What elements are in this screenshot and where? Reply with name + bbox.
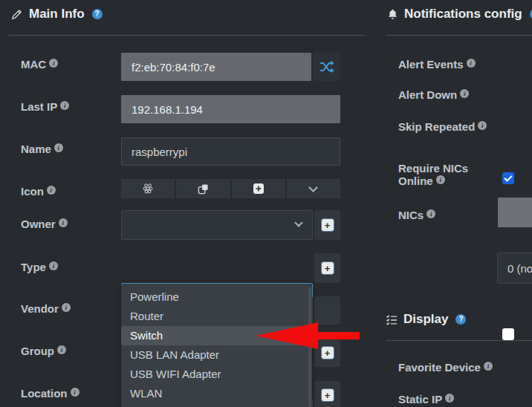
pencil-icon (10, 8, 23, 21)
bell-icon (387, 8, 398, 20)
add-icon-button[interactable] (232, 179, 285, 198)
require-nics-checkbox[interactable] (502, 328, 514, 340)
info-icon[interactable]: i (49, 261, 58, 270)
info-icon[interactable]: i (59, 218, 68, 227)
add-location-button[interactable]: + (314, 381, 340, 407)
info-icon[interactable]: i (478, 121, 487, 130)
tasks-icon (386, 314, 398, 325)
plus-icon: + (322, 219, 334, 231)
main-info-divider (8, 35, 365, 36)
vendor-label: Vendori (21, 302, 71, 315)
alert-down-label: Alert Downi (398, 88, 469, 101)
last-ip-label: Last IPi (21, 100, 69, 113)
info-icon[interactable]: i (445, 394, 454, 403)
type-label: Typei (21, 261, 58, 273)
dropdown-option[interactable]: Powerline (121, 287, 312, 307)
nics-label: NICsi (398, 209, 435, 221)
info-icon[interactable]: i (47, 186, 56, 195)
plus-square-icon (253, 183, 265, 195)
name-label: Namei (21, 143, 63, 155)
notifications-title: Notifications config (404, 7, 522, 22)
alert-events-checkbox[interactable] (502, 172, 514, 184)
shuffle-icon (319, 61, 334, 73)
nics-input[interactable] (498, 198, 532, 227)
copy-icon (198, 183, 209, 195)
info-icon[interactable]: i (60, 101, 69, 110)
mac-input[interactable]: f2:eb:70:84:f0:7e (121, 53, 311, 81)
info-icon[interactable]: i (460, 89, 469, 98)
group-label: Groupi (21, 345, 66, 357)
require-nics-label: Require NICs Onlinei (398, 162, 486, 187)
chevron-down-icon (294, 218, 302, 227)
help-icon[interactable]: ? (455, 314, 466, 325)
mac-label: MACi (21, 58, 58, 71)
current-icon-button[interactable] (121, 179, 175, 198)
add-owner-button[interactable]: + (314, 210, 340, 240)
notifications-divider (386, 35, 532, 36)
static-ip-label: Static IPi (398, 393, 454, 406)
chevron-down-icon (309, 183, 319, 192)
dropdown-option[interactable]: USB WIFI Adapter (121, 365, 312, 384)
info-icon[interactable]: i (62, 303, 71, 312)
info-icon[interactable]: i (49, 59, 58, 68)
icon-label: Iconi (21, 185, 56, 198)
icon-toolbar (121, 179, 340, 198)
main-info-title: Main Info (29, 7, 85, 22)
add-type-button[interactable]: + (314, 253, 340, 283)
display-divider (386, 340, 532, 341)
name-input[interactable]: raspberrypi (121, 137, 340, 166)
notifications-header: Notifications config ? (387, 7, 532, 22)
info-icon[interactable]: i (436, 175, 445, 184)
owner-label: Owneri (21, 218, 68, 230)
display-title: Display (403, 312, 448, 327)
red-arrow-left (253, 321, 361, 351)
dropdown-option[interactable]: WLAN (121, 384, 312, 403)
copy-icon-button[interactable] (176, 179, 230, 198)
plus-icon: + (322, 389, 334, 401)
info-icon[interactable]: i (426, 209, 435, 218)
plus-icon: + (322, 262, 334, 274)
info-icon[interactable]: i (467, 59, 476, 68)
last-ip-input[interactable]: 192.168.1.194 (121, 95, 340, 123)
main-info-header: Main Info ? (10, 7, 103, 22)
raspberry-pi-icon (142, 183, 154, 195)
help-icon[interactable]: ? (92, 9, 103, 19)
expand-icons-button[interactable] (287, 179, 340, 198)
skip-repeated-label: Skip Repeatedi (398, 120, 487, 133)
randomize-mac-button[interactable] (313, 53, 340, 81)
location-label: Locationi (21, 387, 80, 400)
alert-events-label: Alert Eventsi (398, 58, 476, 71)
skip-repeated-select[interactable]: 0 (not (497, 253, 532, 284)
owner-select[interactable] (121, 210, 313, 240)
info-icon[interactable]: i (71, 388, 80, 397)
display-header: Display ? (386, 312, 466, 327)
info-icon[interactable]: i (484, 362, 493, 371)
info-icon[interactable]: i (54, 143, 63, 152)
favorite-device-label: Favorite Devicei (398, 361, 493, 374)
info-icon[interactable]: i (57, 345, 66, 354)
